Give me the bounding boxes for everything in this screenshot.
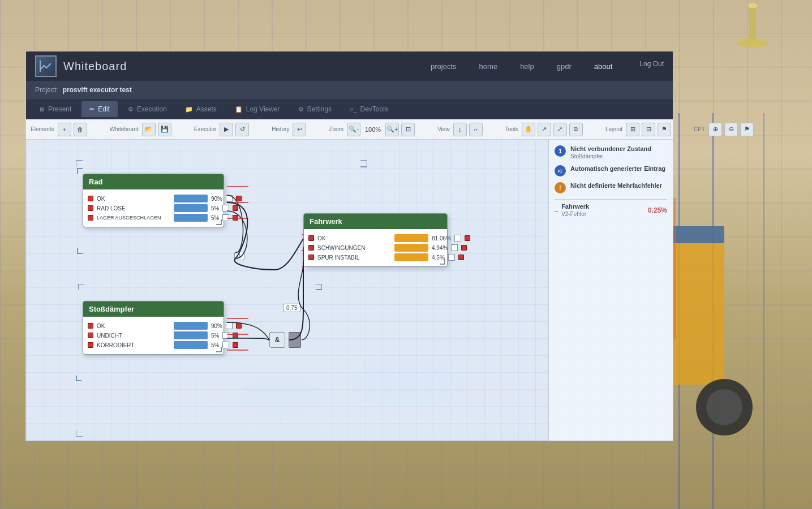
tools-label: Tools [505,126,518,132]
rad-port-ok-in[interactable] [88,196,93,201]
nav-home[interactable]: home [475,60,502,73]
layout-grid-btn[interactable]: ⊞ [626,123,639,136]
side-item-2: IC Automatisch generierter Eintrag [555,165,667,176]
fahr-port-ok-in[interactable] [308,235,314,241]
view-vert-btn[interactable]: ↕ [453,123,467,136]
save-wb-btn[interactable]: 💾 [158,123,171,136]
wire-label-075: 0.75 [283,304,300,312]
tab-devtools-label: DevTools [360,105,388,113]
side-item-2-content: Automatisch generierter Eintrag [570,165,665,173]
rad-port-radlose-in[interactable] [88,205,93,211]
zoom-out-btn[interactable]: 🔍- [347,123,360,136]
view-horiz-btn[interactable]: ↔ [469,123,483,136]
fahrwerk-row-schwing: SCHWINGUNGEN 4.94% [308,244,442,252]
stossd-port-korr-out[interactable] [233,342,238,348]
rad-bar-ok [174,195,208,202]
side-item-1: 1 Nicht verbundener Zustand Stoßdämpfer [555,145,667,159]
rad-node[interactable]: Rad OK 90% RAD LOSE 5% [83,174,224,227]
rad-port-lager-in[interactable] [88,215,93,221]
undo-btn[interactable]: ↩ [293,123,306,136]
canvas-corner-tl [76,160,85,171]
tab-execution[interactable]: ⚙ Execution [120,101,175,117]
stossd-port-undicht-out[interactable] [233,333,238,338]
logo-icon [35,55,57,77]
add-element-btn[interactable]: + [58,123,71,136]
run-btn[interactable]: ▶ [220,123,233,136]
nav-about[interactable]: about [590,60,617,73]
toolbar-layout: Layout ⊞ ⊟ ⚑ [605,123,671,136]
nav-projects[interactable]: projects [426,60,461,73]
rad-label-radlose: RAD LOSE [97,205,170,212]
toolbar-view: View ↕ ↔ [437,123,483,136]
cpt-btn3[interactable]: ⚑ [740,123,754,136]
rad-check-lager[interactable] [222,214,229,221]
stossdampfer-node[interactable]: Stoßdämpfer OK 90% UNDICHT 5% [83,301,224,355]
stossd-port-undicht-in[interactable] [88,333,93,338]
rad-port-radlose-out[interactable] [233,205,238,211]
and-gate[interactable]: & [269,332,285,348]
stossd-port-korr-in[interactable] [88,342,93,348]
side-item-4-sub: V2-Fehler [561,211,589,217]
stossd-check-korr[interactable] [222,342,229,348]
toolbar: Elements + 🗑 Whiteboard 📂 💾 Executor ▶ ↺… [26,119,673,140]
app-title: Whiteboard [63,60,127,73]
fahrwerk-title: Fahrwerk [310,217,342,226]
delete-element-btn[interactable]: 🗑 [74,123,87,136]
stossd-label-ok: OK [97,323,170,329]
devtools-icon: >_ [350,106,357,113]
rad-resize[interactable] [216,219,222,225]
fahr-check-ok[interactable] [454,235,461,241]
fahr-port-spur-out[interactable] [458,255,464,260]
fahr-resize[interactable] [440,259,445,265]
nav-logout[interactable]: Log Out [639,60,664,73]
tab-edit[interactable]: ✏ Edit [81,101,118,117]
tab-settings[interactable]: ⚙ Settings [290,101,340,117]
stossd-bar-korr [174,341,208,349]
connect-tool-btn[interactable]: ↗ [538,123,551,136]
zoom-fit-btn[interactable]: ⊡ [401,123,415,136]
hand-tool-btn[interactable]: ✋ [522,123,535,136]
stossd-check-ok[interactable] [226,322,233,329]
side-item-4-dash: – [555,207,558,214]
stossd-port-ok-in[interactable] [88,323,93,329]
zoom-label: Zoom [329,126,343,132]
layout-dist-btn[interactable]: ⊟ [642,123,655,136]
cpt-btn1[interactable]: ⊕ [708,123,722,136]
cpt-btn2[interactable]: ⊖ [724,123,738,136]
fahr-check-spur[interactable] [448,254,455,261]
tab-logviewer[interactable]: 📋 Log Viewer [227,101,288,117]
stossd-port-ok-out[interactable] [236,323,242,329]
nav-links: projects home help gpdr about Log Out [426,60,664,73]
zoom-in-btn[interactable]: 🔍+ [385,123,399,136]
rad-check-radlose[interactable] [222,205,229,212]
route-tool-btn[interactable]: ⤢ [553,123,567,136]
rad-port-lager-out[interactable] [233,215,238,221]
nav-gpdr[interactable]: gpdr [552,60,576,73]
tab-assets[interactable]: 📁 Assets [177,101,225,117]
fahr-label-ok: OK [317,235,391,241]
stossdampfer-row-undicht: UNDICHT 5% [88,331,219,339]
rad-row-ok: OK 90% [88,195,219,202]
fahr-port-schwing-out[interactable] [461,245,467,251]
nav-help[interactable]: help [515,60,539,73]
stossdampfer-header: Stoßdämpfer [83,301,224,317]
fahr-port-schwing-in[interactable] [308,245,314,251]
tab-logviewer-label: Log Viewer [246,105,280,113]
tab-devtools[interactable]: >_ DevTools [342,101,396,117]
open-wb-btn[interactable]: 📂 [142,123,156,136]
fahrwerk-node[interactable]: Fahrwerk OK 81.06% SCHWINGUNGEN 4.9 [303,213,448,267]
fahr-port-ok-out[interactable] [465,235,470,241]
fahr-check-schwing[interactable] [451,244,458,251]
copy-tool-btn[interactable]: ⧉ [569,123,583,136]
reset-btn[interactable]: ↺ [235,123,249,136]
fahr-port-spur-in[interactable] [308,255,314,260]
stossd-label-korr: KORRODIERT [97,342,170,348]
layout-flag-btn[interactable]: ⚑ [658,123,671,136]
stossd-check-undicht[interactable] [222,332,229,339]
tab-present[interactable]: 🖥 Present [31,101,79,117]
rad-port-ok-out[interactable] [236,196,242,201]
rad-pct-radlose: 5% [211,205,219,212]
fahrwerk-header: Fahrwerk [304,214,447,229]
rad-check-ok[interactable] [226,195,233,202]
stossd-resize[interactable] [216,347,222,352]
